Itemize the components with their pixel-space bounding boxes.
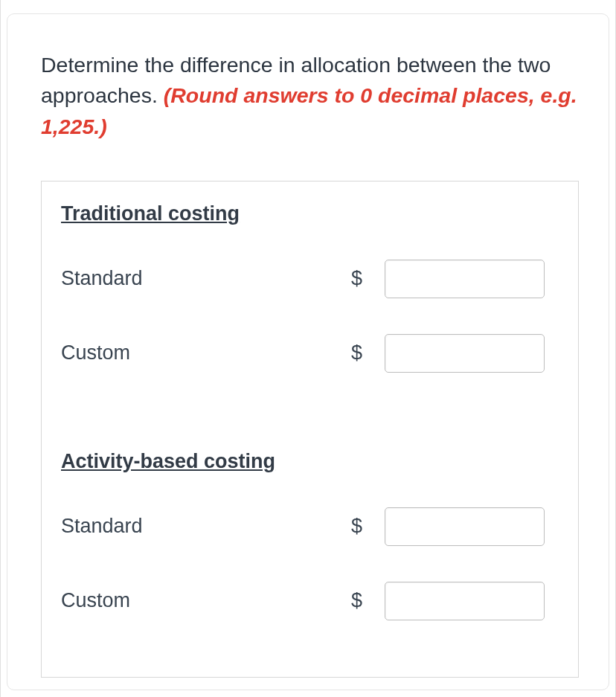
instruction-text: Determine the difference in allocation b… [41,50,579,142]
traditional-custom-row: Custom $ [61,334,578,373]
traditional-standard-label: Standard [61,267,351,290]
activity-standard-label: Standard [61,515,351,538]
question-card: Determine the difference in allocation b… [7,13,609,690]
traditional-custom-input[interactable] [385,334,545,373]
currency-symbol: $ [351,589,385,612]
activity-custom-label: Custom [61,589,351,612]
traditional-costing-header: Traditional costing [61,202,578,225]
activity-custom-row: Custom $ [61,582,578,620]
costing-table: Traditional costing Standard $ Custom $ … [41,181,579,678]
activity-standard-input[interactable] [385,507,545,546]
currency-symbol: $ [351,515,385,538]
activity-custom-input[interactable] [385,582,545,620]
currency-symbol: $ [351,341,385,364]
traditional-standard-row: Standard $ [61,260,578,298]
activity-based-costing-header: Activity-based costing [61,450,578,473]
page-wrapper: Determine the difference in allocation b… [0,0,616,697]
currency-symbol: $ [351,267,385,290]
traditional-custom-label: Custom [61,341,351,364]
traditional-standard-input[interactable] [385,260,545,298]
activity-standard-row: Standard $ [61,507,578,546]
